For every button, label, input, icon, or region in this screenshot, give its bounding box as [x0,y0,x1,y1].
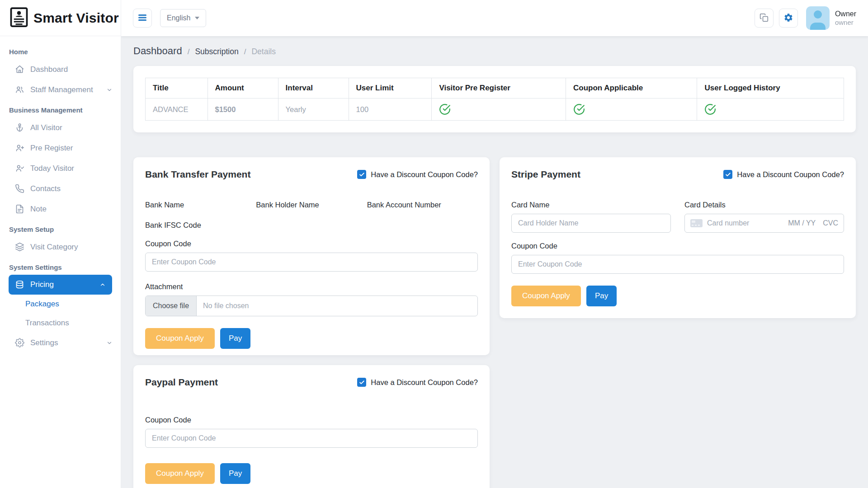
main-content: Dashboard / Subscription / Details Title… [121,36,868,488]
sidebar-item-all-visitor[interactable]: All Visitor [0,117,121,138]
card-number-placeholder: Card number [707,219,783,227]
nav-heading-system-setup: System Setup [9,225,112,233]
settings-button[interactable] [779,9,798,28]
sidebar-nav: Home Dashboard Staff Management Business… [0,36,121,353]
nav-heading-home: Home [9,48,112,56]
gear-icon [783,13,793,24]
attachment-file-input[interactable]: Choose file No file chosen [145,296,478,316]
col-coupon-applicable: Coupon Applicable [566,78,697,99]
brand[interactable]: Smart Visitor [0,0,121,36]
stripe-pay-button[interactable]: Pay [586,286,617,306]
bank-pay-button[interactable]: Pay [220,328,250,349]
cell-title: ADVANCE [146,99,208,121]
coupon-code-label: Coupon Code [511,242,844,250]
sidebar-item-dashboard[interactable]: Dashboard [0,59,121,80]
checkbox-checked-icon[interactable] [723,170,732,179]
sidebar-item-label: Dashboard [30,65,68,74]
col-title: Title [146,78,208,99]
caret-down-icon [195,17,199,19]
stripe-coupon-apply-button[interactable]: Coupon Apply [511,286,581,306]
stripe-coupon-code-input[interactable] [511,255,844,274]
nav-heading-business: Business Management [9,106,112,114]
sidebar-item-label: All Visitor [30,123,62,132]
sidebar-item-note[interactable]: Note [0,199,121,219]
checkbox-checked-icon[interactable] [357,170,366,179]
paypal-payment-card: Paypal Payment Have a Discount Coupon Co… [133,365,490,488]
check-circle-icon [439,103,558,115]
sidebar-item-label: Visit Category [30,243,78,252]
choose-file-button[interactable]: Choose file [146,296,197,316]
sidebar-item-label: Staff Management [30,85,93,94]
check-circle-icon [704,103,836,115]
layers-icon [15,242,24,252]
user-meta[interactable]: Owner owner [835,9,856,27]
paypal-coupon-code-input[interactable] [145,429,478,448]
card-holder-name-input[interactable] [511,214,671,233]
sidebar-subitem-packages[interactable]: Packages [0,295,121,314]
paypal-pay-button[interactable]: Pay [220,463,250,484]
col-interval: Interval [278,78,349,99]
cell-user-limit: 100 [349,99,432,121]
sidebar-item-pre-register[interactable]: Pre Register [0,138,121,158]
credit-card-icon [690,219,703,227]
user-avatar[interactable] [806,6,830,30]
sidebar-item-label: Pricing [30,280,54,289]
sidebar-item-label: Note [30,205,47,214]
sidebar-item-today-visitor[interactable]: Today Visitor [0,158,121,178]
sidebar-item-settings[interactable]: Settings [0,333,121,353]
coupon-code-label: Coupon Code [145,239,478,248]
card-expiry-placeholder: MM / YY [788,219,816,227]
bank-account-number-label: Bank Account Number [367,201,478,209]
user-plus-icon [15,143,24,153]
breadcrumb-dashboard[interactable]: Dashboard [133,45,182,57]
cell-interval: Yearly [278,99,349,121]
language-label: English [167,14,190,22]
bank-discount-coupon-checkbox[interactable]: Have a Discount Coupon Code? [357,170,478,179]
card-name-label: Card Name [511,201,671,209]
breadcrumb-details: Details [251,47,276,56]
col-user-logged-history: User Logged History [697,78,844,99]
sidebar-subitem-transactions[interactable]: Transactions [0,314,121,333]
checkbox-checked-icon[interactable] [357,378,366,387]
hamburger-icon [138,14,147,23]
bank-name-label: Bank Name [145,201,256,209]
stripe-discount-coupon-checkbox[interactable]: Have a Discount Coupon Code? [723,170,844,179]
sidebar-item-label: Today Visitor [30,164,74,173]
bank-transfer-payment-card: Bank Transfer Payment Have a Discount Co… [133,157,490,355]
check-circle-icon [573,103,689,115]
avatar-person-icon [814,10,822,19]
phone-icon [15,184,24,193]
user-role: owner [835,19,856,27]
note-icon [15,204,24,214]
language-dropdown[interactable]: English [160,9,206,27]
bank-coupon-code-input[interactable] [145,253,478,272]
bank-ifsc-code-label: Bank IFSC Code [145,221,256,230]
sidebar-item-pricing[interactable]: Pricing [9,275,112,295]
col-amount: Amount [208,78,278,99]
breadcrumb-subscription[interactable]: Subscription [195,47,238,56]
card-details-label: Card Details [684,201,844,209]
sidebar-item-contacts[interactable]: Contacts [0,178,121,199]
bank-coupon-apply-button[interactable]: Coupon Apply [145,328,215,349]
plan-table: Title Amount Interval User Limit Visitor… [145,78,844,121]
paypal-discount-coupon-checkbox[interactable]: Have a Discount Coupon Code? [357,378,478,387]
sidebar-item-visit-category[interactable]: Visit Category [0,237,121,257]
breadcrumb: Dashboard / Subscription / Details [133,45,856,57]
user-check-icon [15,164,24,173]
topbar: English Owner owner [121,0,868,36]
copy-pages-button[interactable] [755,9,774,28]
subscription-plan-card: Title Amount Interval User Limit Visitor… [133,66,856,132]
sidebar-item-staff-management[interactable]: Staff Management [0,80,121,100]
copy-icon [760,13,769,23]
card-cvc-placeholder: CVC [823,219,838,227]
cell-coupon-applicable [566,99,697,121]
sidebar-toggle-button[interactable] [133,9,152,28]
coupon-code-label: Coupon Code [145,416,478,424]
sidebar-item-label: Settings [30,338,58,347]
col-user-limit: User Limit [349,78,432,99]
card-details-input[interactable]: Card number MM / YY CVC [684,214,844,233]
paypal-coupon-apply-button[interactable]: Coupon Apply [145,463,215,484]
database-icon [15,280,24,290]
nav-heading-system-settings: System Settings [9,263,112,271]
bank-card-title: Bank Transfer Payment [145,169,250,180]
